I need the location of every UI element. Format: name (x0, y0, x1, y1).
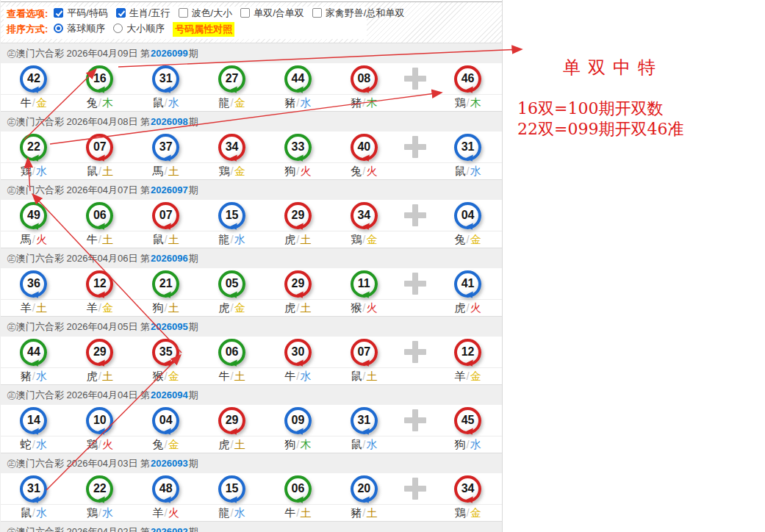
zodiac-text: 龍 (218, 233, 229, 245)
lottery-ball: 15 (218, 475, 245, 503)
checkbox-checked[interactable] (54, 8, 63, 18)
element-text: 金 (234, 301, 245, 314)
ball-cell: 22 (1, 134, 67, 161)
zodiac-text: 狗 (284, 165, 295, 177)
ball-cell: 05 (199, 270, 265, 298)
lottery-ball: 11 (351, 270, 378, 298)
zodiac-text: 兔 (87, 96, 98, 109)
lottery-ball: 31 (20, 475, 47, 503)
ball-cell: 40 (331, 134, 397, 161)
ball-cell: 07 (133, 202, 199, 229)
label-cell: 龍/水 (199, 233, 265, 247)
radio-group: 落球顺序大小顺序 (54, 22, 173, 37)
checkbox-unchecked[interactable] (240, 8, 250, 18)
zodiac-text: 虎 (284, 233, 295, 245)
lottery-ball: 29 (284, 270, 312, 298)
lottery-ball: 06 (284, 475, 312, 503)
checkbox-unchecked[interactable] (179, 8, 188, 18)
ball-cell: 27 (199, 65, 265, 93)
label-slash: / (32, 438, 35, 450)
labels-row: 牛/金兔/木鼠/水龍/金豬/水豬/木鶏/木 (1, 94, 502, 111)
element-text: 土 (234, 370, 245, 382)
zodiac-element-label: 鼠/水 (351, 438, 377, 452)
label-cell: 兔/火 (331, 165, 397, 179)
element-text: 火 (102, 438, 113, 450)
zodiac-element-label: 鶏/水 (21, 165, 47, 179)
element-text: 土 (168, 233, 179, 245)
ball-cell: 34 (199, 134, 265, 161)
zodiac-element-label: 鶏/水 (87, 506, 113, 520)
label-slash: / (362, 506, 365, 519)
draw-block: ㊣澳门六合彩 2026年04月03日 第2026093期312248150620… (1, 453, 502, 521)
draw-title: ㊣澳门六合彩 2026年04月09日 第 (7, 47, 150, 60)
label-slash: / (467, 96, 470, 109)
draw-block: ㊣澳门六合彩 2026年04月09日 第2026099期421631274408… (1, 43, 502, 111)
draw-period: 2026094 (151, 389, 188, 400)
zodiac-text: 狗 (284, 438, 295, 450)
options-panel: 查看选项: 平码/特码生肖/五行波色/大小单双/合单双家禽野兽/总和单双 排序方… (4, 7, 367, 39)
label-slash: / (165, 370, 168, 382)
draw-header: ㊣澳门六合彩 2026年04月03日 第2026093期 (1, 453, 502, 473)
label-slash: / (98, 301, 101, 314)
label-slash: / (296, 438, 299, 450)
draw-period: 2026093 (151, 458, 188, 469)
element-text: 水 (234, 506, 245, 519)
zodiac-text: 鼠 (351, 370, 362, 382)
element-text: 水 (36, 370, 47, 382)
ball-cell: 31 (331, 407, 397, 434)
zodiac-text: 羊 (455, 370, 466, 382)
element-text: 金 (168, 438, 179, 450)
lottery-ball: 34 (454, 475, 481, 503)
label-cell: 狗/土 (133, 301, 199, 315)
balls-row: 49060715293404 (1, 200, 502, 231)
zodiac-text: 鶏 (87, 438, 98, 450)
zodiac-element-label: 牛/金 (21, 96, 47, 110)
label-slash: / (296, 233, 299, 245)
label-slash: / (165, 96, 168, 109)
draw-period-suffix: 期 (189, 320, 198, 334)
lottery-ball: 16 (86, 65, 113, 93)
label-cell: 鼠/水 (1, 506, 67, 520)
annotation-note-line: 16双=100期开双数 (517, 98, 683, 119)
plus-icon (404, 409, 426, 431)
special-label-cell: 虎/火 (434, 301, 502, 315)
zodiac-text: 狗 (153, 301, 164, 314)
balls-row: 14100429093145 (1, 405, 502, 436)
element-text: 火 (168, 506, 179, 519)
label-cell: 虎/土 (199, 438, 265, 452)
number-attribute-link[interactable]: 号码属性对照 (173, 22, 234, 37)
plus-icon (404, 341, 426, 363)
lottery-ball: 21 (152, 270, 179, 298)
ball-cell: 15 (199, 202, 265, 229)
label-cell: 馬/火 (1, 233, 67, 247)
ball-cell: 07 (67, 134, 133, 161)
label-cell: 羊/金 (67, 301, 133, 315)
element-text: 水 (36, 438, 47, 450)
zodiac-text: 鼠 (455, 165, 466, 177)
zodiac-element-label: 鼠/水 (455, 165, 481, 179)
sort-option: 大小顺序 (113, 22, 165, 35)
ball-cell: 31 (133, 65, 199, 93)
ball-cell: 44 (265, 65, 331, 93)
draw-header: ㊣澳门六合彩 2026年04月05日 第2026095期 (1, 316, 502, 337)
special-label-cell: 鶏/木 (434, 96, 502, 110)
checkbox-checked[interactable] (116, 8, 126, 18)
label-cell: 鶏/金 (199, 165, 265, 179)
lottery-ball: 44 (284, 65, 312, 93)
draw-title: ㊣澳门六合彩 2026年04月08日 第 (7, 115, 150, 129)
radio-unselected[interactable] (113, 24, 123, 33)
label-slash: / (98, 233, 101, 245)
element-text: 水 (301, 96, 312, 109)
ball-cell: 21 (133, 270, 199, 298)
draw-period-suffix: 期 (189, 184, 198, 197)
label-slash: / (362, 301, 365, 314)
radio-selected[interactable] (54, 24, 63, 33)
checkbox-label: 家禽野兽/总和单双 (326, 7, 405, 20)
checkbox-unchecked[interactable] (312, 8, 322, 18)
lottery-ball: 34 (218, 134, 245, 161)
element-text: 金 (168, 370, 179, 382)
zodiac-element-label: 虎/土 (284, 233, 311, 247)
labels-row: 豬/水虎/土猴/金牛/土牛/水鼠/土羊/金 (1, 367, 502, 384)
balls-row: 44293506300712 (1, 337, 502, 367)
label-slash: / (32, 506, 35, 519)
